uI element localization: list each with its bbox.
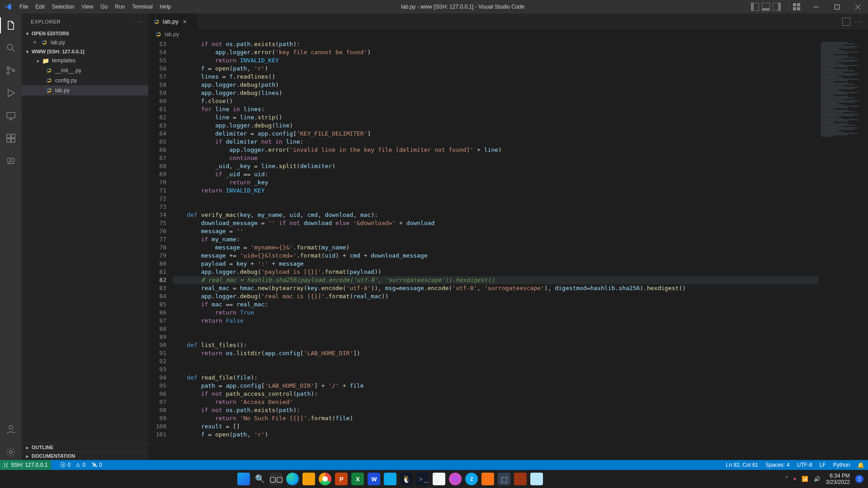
activity-search-icon[interactable] — [0, 40, 22, 56]
code-line[interactable] — [173, 195, 818, 203]
indentation[interactable]: Spaces: 4 — [765, 462, 789, 468]
code-line[interactable]: app.logger.debug(lines) — [173, 89, 818, 97]
code-line[interactable]: if not os.path.exists(path): — [173, 40, 818, 48]
toggle-panel-icon[interactable] — [762, 3, 770, 11]
code-line[interactable]: real_mac = hmac.new(bytearray(key.encode… — [173, 284, 818, 292]
menu-selection[interactable]: Selection — [48, 0, 78, 14]
app-terminal-icon[interactable]: ＞_ — [416, 473, 429, 485]
code-line[interactable]: if mac == real_mac: — [173, 300, 818, 309]
layout-controls[interactable] — [751, 3, 785, 11]
menu-help[interactable]: Help — [156, 0, 175, 14]
clock[interactable]: 6:34 PM 3/23/2022 — [826, 473, 850, 485]
code-line[interactable]: return INVALID_KEY — [173, 187, 818, 195]
code-line[interactable]: _uid, _key = line.split(delimiter) — [173, 162, 818, 170]
activity-source-control-icon[interactable] — [0, 62, 22, 79]
code-line[interactable]: return 'Access Denied' — [173, 398, 818, 406]
system-tray[interactable]: ˄ ▾ 📶 🔊 6:34 PM 3/23/2022 2 — [781, 473, 868, 485]
remote-indicator[interactable]: ⟩⟨ SSH: 127.0.0.1 — [0, 460, 51, 470]
code-line[interactable]: continue — [173, 154, 818, 162]
menu-run[interactable]: Run — [111, 0, 128, 14]
code-line[interactable] — [173, 333, 818, 341]
code-line[interactable]: if my_name: — [173, 235, 818, 244]
code-line[interactable]: message += 'uid={}&lstcmd='.format(uid) … — [173, 252, 818, 260]
app-edge-icon[interactable] — [286, 473, 299, 485]
open-editors-header[interactable]: OPEN EDITORS — [22, 29, 148, 38]
app-image-icon[interactable] — [481, 473, 494, 485]
code-line[interactable]: app.logger.debug(path) — [173, 81, 818, 89]
workspace-header[interactable]: WWW [SSH: 127.0.0.1] — [22, 47, 148, 56]
app-zalo-icon[interactable]: Z — [465, 473, 478, 485]
language-mode[interactable]: Python — [833, 462, 850, 468]
menu-terminal[interactable]: Terminal — [128, 0, 156, 14]
app-notion-icon[interactable]: N — [433, 473, 445, 485]
app-chrome-icon[interactable] — [319, 473, 331, 485]
app-messenger-icon[interactable] — [449, 473, 462, 485]
activity-settings-icon[interactable] — [0, 444, 22, 460]
menu-view[interactable]: View — [78, 0, 97, 14]
app-excel-icon[interactable]: X — [351, 473, 364, 485]
code-line[interactable]: line = line.strip() — [173, 113, 818, 122]
activity-copilot-icon[interactable] — [0, 153, 22, 169]
app-vscode-icon[interactable] — [384, 473, 396, 485]
code-line[interactable]: lines = f.readlines() — [173, 73, 818, 81]
file-config[interactable]: config.py — [22, 75, 148, 85]
code-line[interactable]: path = app.config['LAB_HOME_DIR'] + '/' … — [173, 382, 818, 390]
code-line[interactable] — [173, 357, 818, 366]
code-line[interactable]: return os.listdir(app.config['LAB_HOME_D… — [173, 349, 818, 357]
code-line[interactable]: download_message = '' if not download el… — [173, 219, 818, 227]
code-line[interactable]: return False — [173, 317, 818, 325]
window-close-button[interactable] — [847, 0, 868, 14]
start-button[interactable] — [237, 473, 250, 485]
code-line[interactable] — [173, 325, 818, 333]
menu-go[interactable]: Go — [97, 0, 111, 14]
code-line[interactable]: # real_mac = hashlib.sha256(payload.enco… — [173, 276, 818, 284]
code-line[interactable]: return True — [173, 309, 818, 317]
tray-wifi-icon[interactable]: 📶 — [802, 476, 808, 482]
window-maximize-button[interactable] — [826, 0, 847, 14]
activity-run-debug-icon[interactable] — [0, 85, 22, 101]
explorer-more-icon[interactable]: ··· — [135, 19, 142, 24]
code-line[interactable]: def verify_mac(key, my_name, uid, cmd, d… — [173, 211, 818, 219]
menu-file[interactable]: File — [16, 0, 32, 14]
documentation-header[interactable]: DOCUMENTATION — [22, 451, 148, 460]
outline-header[interactable]: OUTLINE — [22, 443, 148, 451]
task-view-icon[interactable]: ▢▢ — [270, 473, 283, 485]
folder-templates[interactable]: templates — [22, 56, 148, 66]
app-cube-icon[interactable]: ⬚ — [498, 473, 510, 485]
cursor-position[interactable]: Ln 82, Col 61 — [726, 462, 758, 468]
file-lab[interactable]: lab.py — [22, 85, 148, 95]
code-line[interactable]: return INVALID_KEY — [173, 56, 818, 65]
file-init[interactable]: __init__.py — [22, 66, 148, 75]
window-minimize-button[interactable] — [806, 0, 826, 14]
breadcrumb[interactable]: lab.py — [148, 29, 868, 39]
code-line[interactable]: app.logger.debug('payload is [{}]'.forma… — [173, 268, 818, 276]
line-number-gutter[interactable]: 5354555657585960616263646566676869707172… — [148, 39, 173, 460]
code-line[interactable]: app.logger.debug('real mac is [{}]'.form… — [173, 292, 818, 300]
open-editor-item[interactable]: × lab.py — [22, 38, 148, 47]
code-line[interactable]: app.logger.debug(line) — [173, 122, 818, 130]
menu-edit[interactable]: Edit — [32, 0, 48, 14]
code-editor[interactable]: if not os.path.exists(path): app.logger.… — [173, 39, 818, 460]
toggle-secondary-sidebar-icon[interactable] — [773, 3, 781, 11]
code-line[interactable]: f = open(path, 'r') — [173, 431, 818, 439]
tray-volume-icon[interactable]: 🔊 — [814, 476, 821, 482]
customize-layout-icon[interactable] — [793, 3, 800, 10]
code-line[interactable]: return _key — [173, 178, 818, 187]
activity-accounts-icon[interactable] — [0, 421, 22, 437]
problems-indicator[interactable]: ⓧ0 ⚠0 — [60, 461, 85, 469]
code-line[interactable]: app.logger.error('invalid line in the ke… — [173, 146, 818, 154]
code-line[interactable]: def read_file(file): — [173, 374, 818, 382]
ports-indicator[interactable]: 🛰0 — [92, 462, 102, 468]
app-file-explorer-icon[interactable] — [302, 473, 315, 485]
toggle-primary-sidebar-icon[interactable] — [751, 3, 759, 11]
tab-close-icon[interactable]: × — [181, 18, 189, 25]
close-editor-icon[interactable]: × — [32, 39, 38, 46]
activity-extensions-icon[interactable] — [0, 130, 22, 146]
eol[interactable]: LF — [820, 462, 826, 468]
minimap[interactable] — [818, 39, 868, 460]
tab-lab-py[interactable]: lab.py × — [148, 14, 198, 29]
app-linux-icon[interactable]: 🐧 — [400, 473, 413, 485]
tray-chevron-icon[interactable]: ˄ — [785, 476, 788, 482]
code-line[interactable] — [173, 203, 818, 211]
code-line[interactable]: if _uid == uid: — [173, 170, 818, 178]
